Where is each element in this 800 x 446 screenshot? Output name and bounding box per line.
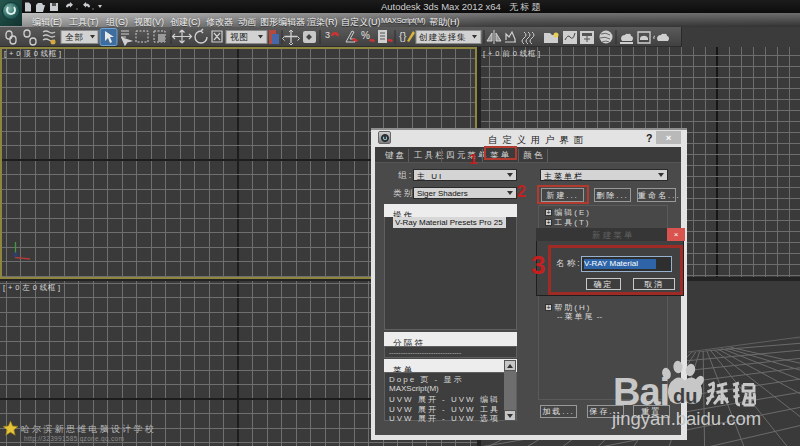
svg-text:{}: {} xyxy=(399,30,407,42)
svg-text:视图: 视图 xyxy=(230,32,249,42)
svg-text:%: % xyxy=(361,30,370,41)
svg-text:du: du xyxy=(673,385,697,407)
svg-text:3: 3 xyxy=(325,30,330,40)
svg-text:创建选择集: 创建选择集 xyxy=(418,32,467,42)
svg-text:全部: 全部 xyxy=(65,32,84,42)
